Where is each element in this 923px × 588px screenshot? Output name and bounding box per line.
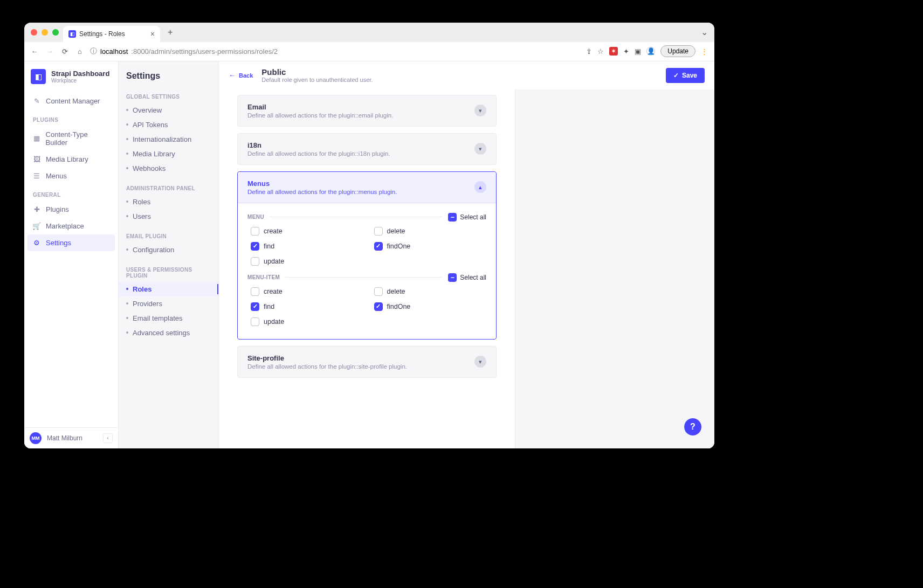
- pencil-icon: ✎: [33, 97, 40, 105]
- select-all-label: Select all: [460, 213, 486, 221]
- panel-toggle-i18n[interactable]: i18n Define all allowed actions for the …: [238, 134, 496, 164]
- extensions-icon[interactable]: ✦: [623, 47, 629, 56]
- perm-checkbox-find[interactable]: ✓find: [251, 242, 363, 251]
- subnav-item-media-library[interactable]: Media Library: [119, 147, 218, 161]
- close-window-icon[interactable]: [31, 29, 37, 36]
- collapse-nav-button[interactable]: ‹: [103, 433, 113, 443]
- panel-toggle-site-profile[interactable]: Site-profile Define all allowed actions …: [238, 347, 496, 377]
- brand-title: Strapi Dashboard: [51, 70, 109, 78]
- subnav-item-webhooks[interactable]: Webhooks: [119, 161, 218, 176]
- nav-marketplace[interactable]: 🛒 Marketplace: [27, 218, 115, 234]
- perm-group-menu: MENU − Select all createdelete✓find✓find…: [247, 213, 486, 266]
- nav-media-library[interactable]: 🖼 Media Library: [27, 151, 115, 168]
- traffic-lights[interactable]: [31, 29, 59, 36]
- update-button[interactable]: Update: [660, 45, 695, 57]
- perm-group-menu-item: MENU-ITEM − Select all createdelete✓find…: [247, 273, 486, 326]
- subnav-label: Advanced settings: [133, 329, 190, 337]
- subnav-label: API Tokens: [133, 121, 168, 129]
- select-all-menu[interactable]: − Select all: [448, 213, 486, 222]
- panel-i18n: i18n Define all allowed actions for the …: [237, 133, 497, 165]
- primary-nav-list: ✎ Content Manager Plugins ▦ Content-Type…: [24, 89, 118, 427]
- nav-content-manager[interactable]: ✎ Content Manager: [27, 93, 115, 109]
- new-tab-button[interactable]: +: [164, 27, 176, 37]
- perm-grid: createdelete✓find✓findOneupdate: [247, 287, 486, 326]
- site-info-icon[interactable]: ⓘ: [90, 46, 97, 56]
- nav-label: Marketplace: [46, 222, 84, 230]
- address-bar[interactable]: ⓘ localhost:8000/admin/settings/users-pe…: [90, 46, 580, 56]
- subnav-item-admin-users[interactable]: Users: [119, 209, 218, 224]
- maximize-window-icon[interactable]: [52, 29, 59, 36]
- perm-checkbox-findOne[interactable]: ✓findOne: [374, 242, 487, 251]
- share-icon[interactable]: ⇪: [586, 47, 592, 56]
- page-header: ← Back Public Default role given to unau…: [219, 61, 714, 89]
- nav-menus[interactable]: ☰ Menus: [27, 168, 115, 184]
- extension-icon[interactable]: ✶: [609, 47, 618, 56]
- puzzle-icon: ✚: [33, 205, 40, 213]
- user-name: Matt Milburn: [47, 434, 82, 442]
- subnav-item-up-advanced-settings[interactable]: Advanced settings: [119, 326, 218, 340]
- nav-label: Plugins: [46, 205, 69, 213]
- panel-toggle-menus[interactable]: Menus Define all allowed actions for the…: [238, 172, 496, 203]
- browser-tab[interactable]: ◧ Settings - Roles ×: [63, 26, 160, 42]
- gear-icon: ⚙: [33, 239, 40, 246]
- panel-title: Menus: [247, 179, 468, 188]
- back-button[interactable]: ← Back: [229, 71, 253, 79]
- save-button[interactable]: ✓ Save: [666, 68, 705, 83]
- help-button[interactable]: ?: [684, 418, 701, 435]
- primary-nav-footer: MM Matt Milburn ‹: [24, 427, 118, 448]
- minimize-window-icon[interactable]: [42, 29, 48, 36]
- subnav-item-overview[interactable]: Overview: [119, 103, 218, 117]
- browser-window: ◧ Settings - Roles × + ⌄ ← → ⟳ ⌂ ⓘ local…: [24, 23, 714, 448]
- perm-checkbox-create[interactable]: create: [251, 227, 363, 236]
- browser-menu-icon[interactable]: ⋮: [701, 47, 708, 56]
- perm-label: update: [264, 318, 284, 326]
- perm-checkbox-update[interactable]: update: [251, 317, 363, 326]
- perm-checkbox-delete[interactable]: delete: [374, 287, 487, 296]
- chevron-down-icon: ▾: [474, 143, 486, 155]
- main-body: Email Define all allowed actions for the…: [219, 89, 714, 448]
- divider: [285, 277, 443, 278]
- perm-checkbox-create[interactable]: create: [251, 287, 363, 296]
- close-tab-icon[interactable]: ×: [150, 30, 155, 38]
- bookmark-icon[interactable]: ☆: [597, 47, 604, 56]
- panel-description: Define all allowed actions for the plugi…: [247, 363, 468, 370]
- perm-grid: createdelete✓find✓findOneupdate: [247, 227, 486, 266]
- checkbox-icon: ✓: [374, 242, 383, 251]
- nav-content-type-builder[interactable]: ▦ Content-Type Builder: [27, 126, 115, 151]
- checkbox-icon: [251, 227, 259, 236]
- reload-icon[interactable]: ⟳: [61, 47, 68, 56]
- nav-plugins[interactable]: ✚ Plugins: [27, 201, 115, 218]
- checkbox-icon: ✓: [251, 242, 259, 251]
- panel-toggle-icon[interactable]: ▣: [635, 47, 641, 56]
- page-subtitle: Default role given to unauthenticated us…: [261, 77, 373, 83]
- perm-checkbox-find[interactable]: ✓find: [251, 302, 363, 311]
- perm-label: findOne: [387, 243, 411, 250]
- profile-avatar-icon[interactable]: 👤: [646, 47, 655, 56]
- select-all-menu-item[interactable]: − Select all: [448, 273, 486, 282]
- perm-checkbox-update[interactable]: update: [251, 257, 363, 266]
- subnav-item-internationalization[interactable]: Internationalization: [119, 132, 218, 147]
- subnav-item-admin-roles[interactable]: Roles: [119, 195, 218, 209]
- content-scroll[interactable]: Email Define all allowed actions for the…: [219, 89, 515, 448]
- home-icon[interactable]: ⌂: [76, 47, 84, 56]
- subnav-item-api-tokens[interactable]: API Tokens: [119, 117, 218, 132]
- browser-toolbar: ← → ⟳ ⌂ ⓘ localhost:8000/admin/settings/…: [24, 42, 714, 61]
- chevron-down-icon: ▾: [474, 105, 486, 116]
- perm-checkbox-delete[interactable]: delete: [374, 227, 487, 236]
- nav-settings[interactable]: ⚙ Settings: [27, 234, 115, 251]
- settings-title: Settings: [119, 61, 218, 84]
- panel-toggle-email[interactable]: Email Define all allowed actions for the…: [238, 95, 496, 126]
- tab-title: Settings - Roles: [79, 30, 125, 38]
- checkbox-indeterminate-icon: −: [448, 273, 457, 282]
- perm-checkbox-findOne[interactable]: ✓findOne: [374, 302, 487, 311]
- nav-label: Content Manager: [46, 97, 100, 105]
- tabs-chevron-icon[interactable]: ⌄: [701, 27, 708, 37]
- subnav-item-up-roles[interactable]: Roles: [119, 282, 218, 296]
- subnav-heading: Users & Permissions Plugin: [119, 257, 218, 282]
- back-icon[interactable]: ←: [31, 47, 38, 56]
- subnav-item-email-configuration[interactable]: Configuration: [119, 243, 218, 257]
- subnav-item-up-providers[interactable]: Providers: [119, 296, 218, 311]
- user-avatar[interactable]: MM: [30, 432, 42, 444]
- checkbox-icon: [251, 287, 259, 296]
- subnav-item-up-email-templates[interactable]: Email templates: [119, 311, 218, 326]
